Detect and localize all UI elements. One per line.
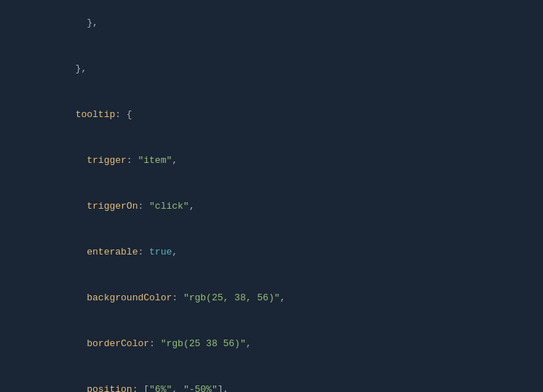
code-line: tooltip: { (0, 92, 543, 137)
code-line: enterable: true, (0, 229, 543, 275)
code-line: triggerOn: "click", (0, 183, 543, 229)
code-line: position: ["6%", "-50%"], (0, 367, 543, 392)
code-line: borderColor: "rgb(25 38 56)", (0, 321, 543, 367)
code-line: backgroundColor: "rgb(25, 38, 56)", (0, 275, 543, 321)
code-line: }, (0, 46, 543, 92)
code-editor: }, }, tooltip: { trigger: "item", trigge… (0, 0, 543, 392)
code-line: }, (0, 0, 543, 46)
code-line: trigger: "item", (0, 137, 543, 183)
